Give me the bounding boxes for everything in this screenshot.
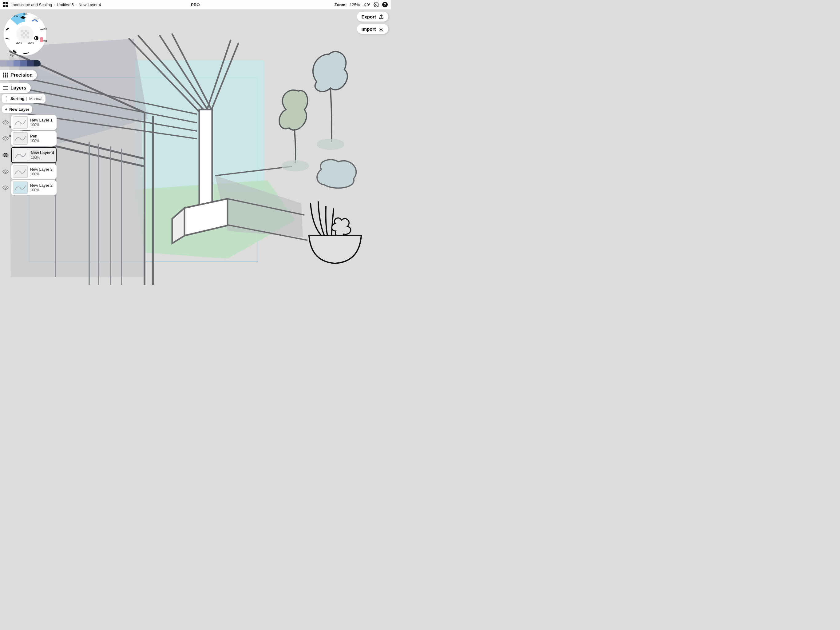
canvas[interactable] xyxy=(0,9,391,293)
gear-icon[interactable] xyxy=(374,2,379,7)
layer-card[interactable]: New Layer 4100% xyxy=(11,147,57,163)
export-icon xyxy=(379,14,384,19)
visibility-toggle-icon[interactable] xyxy=(2,151,9,159)
svg-point-54 xyxy=(5,187,6,188)
layers-tab[interactable]: Layers xyxy=(0,83,31,93)
help-icon[interactable]: ? xyxy=(382,2,388,7)
layer-thumbnail xyxy=(14,149,28,161)
layer-row[interactable]: Pen100% xyxy=(2,131,57,146)
layers-label: Layers xyxy=(11,85,27,91)
breadcrumb-folder[interactable]: Landscape and Scaling xyxy=(11,2,52,7)
dots-icon xyxy=(3,73,8,78)
plus-icon: + xyxy=(5,107,7,112)
svg-point-51 xyxy=(5,138,6,139)
swatch[interactable] xyxy=(20,60,27,66)
top-bar: Landscape and Scaling › Untitled 5 › New… xyxy=(0,0,391,9)
layer-row[interactable]: New Layer 1100% xyxy=(2,115,57,130)
layer-opacity: 100% xyxy=(30,139,39,143)
svg-rect-21 xyxy=(199,109,212,209)
svg-rect-34 xyxy=(23,32,25,34)
layer-thumbnail xyxy=(13,182,28,194)
layer-thumbnail xyxy=(13,116,28,128)
layer-meta: New Layer 1100% xyxy=(30,118,52,127)
swatch[interactable] xyxy=(7,60,14,66)
visibility-toggle-icon[interactable] xyxy=(2,184,9,192)
color-palette[interactable] xyxy=(0,60,41,66)
svg-point-53 xyxy=(5,171,6,173)
layer-name: New Layer 1 xyxy=(30,118,52,123)
tool-wheel[interactable]: .909 .021 .02 .052 .093 .022 20% 20% xyxy=(2,11,48,57)
svg-rect-35 xyxy=(27,32,29,34)
sorting-button[interactable]: Sorting | Manual xyxy=(2,94,46,103)
svg-rect-32 xyxy=(21,30,23,32)
layer-name: Pen xyxy=(30,134,39,139)
swatch[interactable] xyxy=(0,60,7,66)
svg-text:20%: 20% xyxy=(28,41,34,44)
chevron-right-icon: › xyxy=(76,3,77,6)
sort-icon xyxy=(5,95,9,102)
breadcrumb-layer[interactable]: New Layer 4 xyxy=(78,2,101,7)
new-layer-button[interactable]: + New Layer xyxy=(2,105,32,113)
svg-rect-48 xyxy=(40,37,43,42)
angle-value[interactable]: ∡0° xyxy=(363,2,371,7)
gallery-icon[interactable] xyxy=(3,2,8,7)
sorting-mode: Manual xyxy=(29,96,43,101)
io-buttons: Export Import xyxy=(357,12,388,34)
svg-rect-36 xyxy=(21,34,23,36)
layer-row[interactable]: New Layer 4100% xyxy=(2,147,57,163)
layers-icon xyxy=(3,86,8,90)
layer-opacity: 100% xyxy=(30,172,52,176)
svg-rect-37 xyxy=(25,34,27,36)
svg-text:20%: 20% xyxy=(16,41,22,44)
precision-label: Precision xyxy=(11,72,33,78)
layer-list: New Layer 1100%Pen100%New Layer 4100%New… xyxy=(2,115,57,195)
layer-card[interactable]: New Layer 1100% xyxy=(11,115,57,130)
import-icon xyxy=(378,26,384,32)
svg-text:.022: .022 xyxy=(9,53,14,57)
layer-opacity: 100% xyxy=(31,155,54,160)
swatch[interactable] xyxy=(27,60,34,66)
svg-rect-39 xyxy=(27,36,29,38)
new-layer-label: New Layer xyxy=(9,107,29,112)
swatch[interactable] xyxy=(14,60,20,66)
layer-card[interactable]: New Layer 3100% xyxy=(11,164,57,179)
layer-name: New Layer 4 xyxy=(31,150,54,155)
export-button[interactable]: Export xyxy=(357,12,388,22)
precision-tab[interactable]: Precision xyxy=(0,70,37,80)
layer-thumbnail xyxy=(13,132,28,144)
svg-rect-33 xyxy=(25,30,27,32)
layers-panel: Sorting | Manual + New Layer New Layer 1… xyxy=(2,94,57,195)
layer-meta: New Layer 3100% xyxy=(30,167,52,176)
layer-card[interactable]: Pen100% xyxy=(11,131,57,146)
layer-row[interactable]: New Layer 2100% xyxy=(2,180,57,195)
svg-text:.021: .021 xyxy=(23,13,28,15)
svg-rect-38 xyxy=(23,36,25,38)
swatch[interactable] xyxy=(34,60,41,66)
import-button[interactable]: Import xyxy=(357,24,388,34)
import-label: Import xyxy=(361,27,376,32)
breadcrumb-document[interactable]: Untitled 5 xyxy=(57,2,74,7)
svg-text:.909: .909 xyxy=(14,14,19,17)
layer-row[interactable]: New Layer 3100% xyxy=(2,164,57,179)
svg-point-50 xyxy=(5,122,6,123)
sorting-label: Sorting xyxy=(11,96,25,101)
layer-thumbnail xyxy=(13,166,28,178)
layer-card[interactable]: New Layer 2100% xyxy=(11,180,57,195)
topbar-right: Zoom: 125% ∡0° ? xyxy=(335,2,391,7)
export-label: Export xyxy=(361,14,376,19)
breadcrumb[interactable]: Landscape and Scaling › Untitled 5 › New… xyxy=(11,2,101,7)
svg-point-52 xyxy=(5,154,6,156)
svg-point-27 xyxy=(317,139,344,150)
chevron-right-icon: › xyxy=(54,3,55,6)
layer-meta: New Layer 4100% xyxy=(31,150,54,160)
zoom-value[interactable]: 125% xyxy=(350,2,360,7)
layer-name: New Layer 2 xyxy=(30,183,52,188)
layer-opacity: 100% xyxy=(30,123,52,127)
visibility-toggle-icon[interactable] xyxy=(2,119,9,126)
zoom-label: Zoom: xyxy=(335,2,347,7)
pro-badge[interactable]: PRO xyxy=(191,2,200,7)
visibility-toggle-icon[interactable] xyxy=(2,135,9,142)
layer-meta: Pen100% xyxy=(30,134,39,143)
svg-point-28 xyxy=(281,160,309,171)
visibility-toggle-icon[interactable] xyxy=(2,168,9,175)
